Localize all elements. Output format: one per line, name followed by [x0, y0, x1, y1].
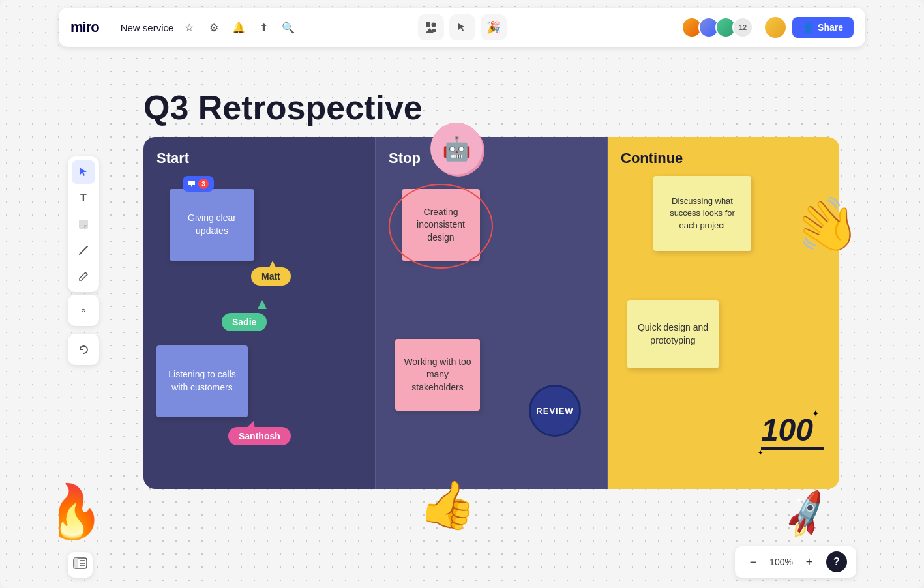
- sticky-note-3[interactable]: Creating inconsistent design: [402, 189, 480, 261]
- sticky-note-5[interactable]: Discussing what success looks for each p…: [653, 176, 751, 251]
- star-icon[interactable]: ☆: [180, 18, 198, 37]
- hand-wave-sticker: 👋: [794, 196, 859, 257]
- topbar-divider: [110, 20, 110, 35]
- miro-logo: miro: [70, 19, 99, 36]
- pointer-button[interactable]: [449, 14, 475, 40]
- project-name: New service: [121, 22, 174, 33]
- tool-group-undo: [68, 334, 99, 365]
- undo-button[interactable]: [72, 338, 95, 361]
- pen-tool[interactable]: [72, 265, 95, 288]
- zoom-controls: − 100% + ?: [735, 546, 856, 578]
- name-tag-santhosh: Santhosh: [228, 427, 291, 445]
- shapes-button[interactable]: [418, 14, 444, 40]
- topbar-left: miro New service ☆ ⚙ 🔔 ⬆ 🔍: [70, 18, 418, 37]
- sticky-note-6[interactable]: Quick design and prototyping: [627, 300, 719, 368]
- svg-point-1: [431, 23, 436, 27]
- avatar-count: 12: [732, 17, 753, 38]
- zoom-in-button[interactable]: +: [800, 553, 818, 571]
- cursor-santhosh: [248, 420, 257, 432]
- celebrate-button[interactable]: 🎉: [481, 14, 507, 40]
- tool-group-more: »: [68, 295, 99, 326]
- share-label: Share: [818, 22, 843, 33]
- retro-board: Start 3 Giving clear updates Matt: [143, 137, 839, 489]
- comment-bubble[interactable]: 3: [183, 176, 214, 192]
- sticky-note-2[interactable]: Listening to calls with customers: [156, 345, 248, 417]
- upload-icon[interactable]: ⬆: [254, 18, 273, 37]
- column-stop-header: Stop: [389, 150, 594, 167]
- svg-line-5: [80, 246, 87, 254]
- hundred-sticker: 100 ✦ ✦: [761, 415, 813, 450]
- comment-count: 3: [198, 179, 209, 189]
- sticky-tool[interactable]: [72, 213, 95, 236]
- sidebar-toggle[interactable]: [68, 552, 93, 578]
- column-continue: Continue Discussing what success looks f…: [608, 137, 839, 489]
- tool-group-main: T: [68, 156, 99, 292]
- share-button[interactable]: 👤 Share: [792, 17, 854, 38]
- cursor-matt: [267, 261, 278, 274]
- search-icon[interactable]: 🔍: [279, 18, 297, 37]
- share-icon: 👤: [803, 22, 814, 33]
- settings-icon[interactable]: ⚙: [205, 18, 223, 37]
- current-user-avatar[interactable]: [764, 16, 787, 39]
- thumbs-up-sticker: 👍: [421, 477, 477, 531]
- zoom-out-button[interactable]: −: [744, 553, 762, 571]
- name-tag-sadie: Sadie: [222, 313, 267, 331]
- svg-rect-0: [426, 22, 430, 27]
- help-button[interactable]: ?: [826, 551, 847, 572]
- topbar: miro New service ☆ ⚙ 🔔 ⬆ 🔍 🎉: [59, 8, 865, 47]
- text-tool[interactable]: T: [72, 186, 95, 210]
- zoom-level: 100%: [768, 557, 795, 567]
- column-stop: Stop Creating inconsistent design Workin…: [375, 137, 608, 489]
- canvas-area: Q3 Retrospective Start 3 Giving clear up…: [59, 65, 865, 549]
- review-sticker: REVIEW: [529, 385, 581, 437]
- svg-rect-4: [79, 220, 88, 229]
- line-tool[interactable]: [72, 239, 95, 262]
- fire-sticker: 🔥: [59, 481, 104, 542]
- column-start: Start 3 Giving clear updates Matt: [143, 137, 375, 489]
- rocket-sticker: 🚀: [784, 493, 829, 536]
- topbar-right: 12 👤 Share: [507, 16, 854, 39]
- avatar-group: 12: [685, 17, 753, 38]
- left-toolbar: T »: [68, 156, 99, 365]
- face-sticker: 🤖: [430, 123, 483, 175]
- bell-icon[interactable]: 🔔: [230, 18, 248, 37]
- board-title: Q3 Retrospective: [143, 88, 423, 127]
- sticky-note-1[interactable]: Giving clear updates: [170, 189, 254, 261]
- cursor-sadie: [258, 300, 267, 312]
- topbar-center: 🎉: [418, 14, 507, 40]
- svg-rect-3: [432, 29, 436, 32]
- sticky-note-4[interactable]: Working with too many stakeholders: [395, 339, 480, 411]
- column-continue-header: Continue: [621, 150, 826, 167]
- cursor-tool[interactable]: [72, 160, 95, 184]
- svg-rect-7: [74, 558, 78, 568]
- more-tools[interactable]: »: [72, 299, 95, 322]
- column-start-header: Start: [156, 150, 362, 167]
